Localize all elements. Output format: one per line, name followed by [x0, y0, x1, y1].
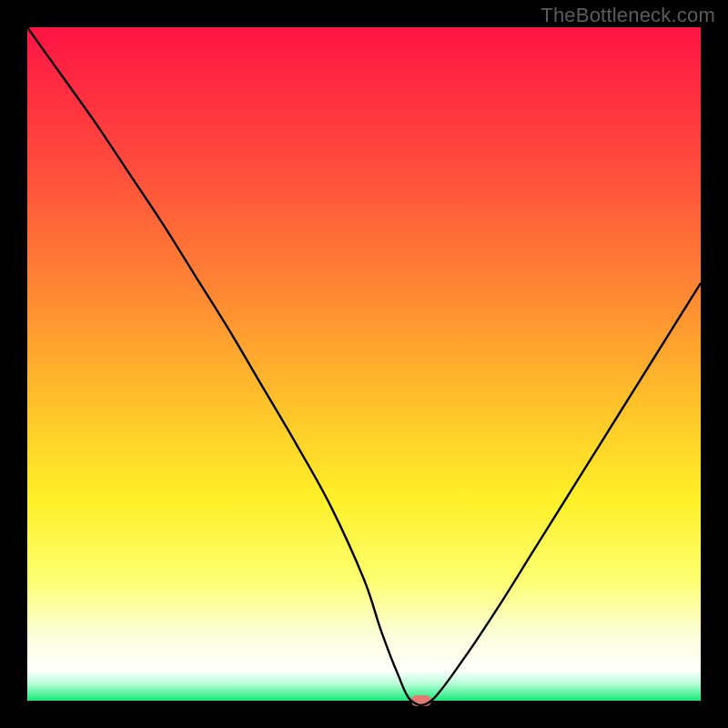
watermark-label: TheBottleneck.com [541, 4, 715, 27]
bottleneck-chart [0, 0, 728, 728]
plot-background [27, 27, 701, 701]
chart-stage: TheBottleneck.com [0, 0, 728, 728]
